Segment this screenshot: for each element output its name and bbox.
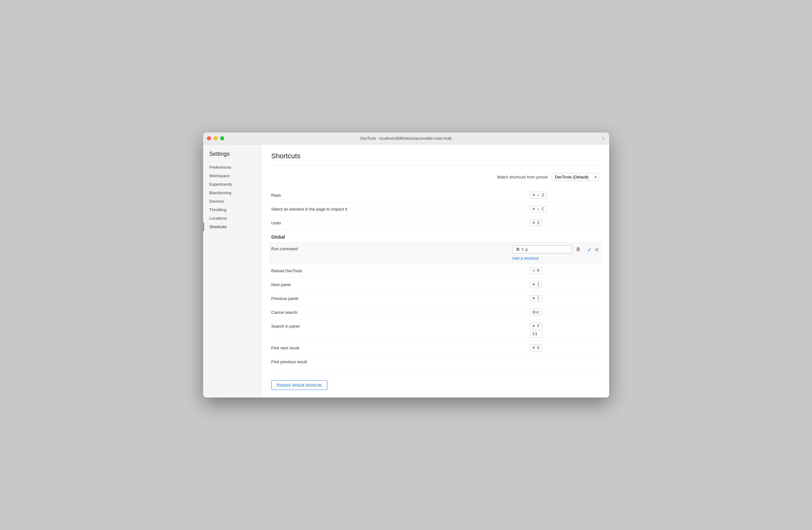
sidebar-item-devices[interactable]: Devices — [203, 197, 261, 206]
preset-select-wrapper: DevTools (Default) Visual Studio Code — [552, 173, 599, 181]
shortcut-name-run-command: Run command — [271, 245, 512, 251]
sidebar-item-workspace[interactable]: Workspace — [203, 171, 261, 180]
shortcut-name-cancel-search: Cancel search — [271, 309, 530, 315]
window-title: DevTools - localhost:8080/demo/accessibl… — [360, 136, 451, 141]
shortcut-row-cancel-search: Cancel search Esc — [271, 306, 599, 319]
sidebar-item-blackboxing[interactable]: Blackboxing — [203, 189, 261, 197]
titlebar: DevTools - localhost:8080/demo/accessibl… — [203, 132, 609, 144]
key-badge: F3 — [530, 331, 542, 338]
shortcut-name-next-panel: Next panel — [271, 281, 530, 287]
sidebar-label-locations: Locations — [209, 216, 227, 221]
sidebar-item-throttling[interactable]: Throttling — [203, 206, 261, 214]
shortcut-row-search-in-panel: Search in panel ⌘ F F3 — [271, 319, 599, 341]
shortcut-row-reload-devtools: Reload DevTools ⌥ R — [271, 264, 599, 278]
shortcut-keys-select-element: ⌘ ⇧ C — [530, 206, 599, 212]
shortcut-keys-search-in-panel: ⌘ F F3 — [530, 323, 599, 338]
shortcuts-table: Redo ⌘ ⇧ Z Select an element in the page… — [271, 189, 599, 369]
shortcut-keys-find-next: ⌘ G — [530, 344, 599, 351]
delete-shortcut-button[interactable]: 🗑 — [575, 245, 582, 253]
multi-keys: ⌘ F F3 — [530, 323, 542, 338]
shortcut-row-run-command: Run command 🗑 Add a shortcut ✓ ✕ — [269, 242, 601, 264]
preset-row: Match shortcuts from preset DevTools (De… — [271, 173, 599, 181]
shortcut-row-find-previous: Find previous result ⌘ ⇧ G — [271, 355, 599, 369]
key-badge: ⌘ ] — [530, 281, 542, 288]
shortcut-row-next-panel: Next panel ⌘ ] — [271, 278, 599, 292]
shortcut-name-find-next: Find next result — [271, 344, 530, 350]
shortcut-name-previous-panel: Previous panel — [271, 295, 530, 301]
preset-select[interactable]: DevTools (Default) Visual Studio Code — [552, 173, 599, 181]
preset-label: Match shortcuts from preset — [497, 175, 548, 179]
confirm-edit-icon[interactable]: ✓ — [587, 247, 592, 253]
shortcut-keys-reload-devtools: ⌥ R — [530, 267, 599, 274]
sidebar-label-throttling: Throttling — [209, 207, 227, 212]
minimize-button[interactable] — [214, 136, 218, 140]
close-icon[interactable]: × — [602, 136, 605, 141]
sidebar-label-blackboxing: Blackboxing — [209, 191, 231, 195]
restore-defaults-button[interactable]: Restore default shortcuts — [271, 380, 328, 390]
shortcut-row-find-next: Find next result ⌘ G — [271, 341, 599, 355]
shortcut-keys-next-panel: ⌘ ] — [530, 281, 599, 288]
key-badge: ⌘ G — [530, 344, 542, 351]
shortcut-name-search-in-panel: Search in panel — [271, 323, 530, 329]
cancel-edit-icon[interactable]: ✕ — [594, 247, 599, 253]
shortcut-name-select-element: Select an element in the page to inspect… — [271, 206, 530, 211]
shortcut-keys-undo: ⌘ Z — [530, 219, 599, 226]
key-badge: ⌘ F — [530, 323, 542, 330]
run-command-edit-area: 🗑 Add a shortcut — [512, 245, 582, 261]
key-badge: ⌘ Z — [530, 219, 542, 226]
shortcut-row-select-element: Select an element in the page to inspect… — [271, 203, 599, 216]
sidebar-item-shortcuts[interactable]: Shortcuts — [203, 223, 261, 231]
sidebar-item-locations[interactable]: Locations — [203, 214, 261, 223]
shortcut-row-previous-panel: Previous panel ⌘ [ — [271, 292, 599, 306]
sidebar-item-experiments[interactable]: Experiments — [203, 180, 261, 189]
maximize-button[interactable] — [220, 136, 224, 140]
shortcut-row-redo: Redo ⌘ ⇧ Z — [271, 189, 599, 203]
shortcut-name-reload-devtools: Reload DevTools — [271, 267, 530, 273]
add-shortcut-link[interactable]: Add a shortcut — [512, 256, 582, 261]
close-button[interactable] — [207, 136, 211, 140]
shortcut-key-input[interactable] — [512, 246, 572, 253]
sidebar-heading: Settings — [203, 151, 261, 157]
content-area: Settings Preferences Workspace Experimen… — [203, 144, 609, 398]
sidebar-label-preferences: Preferences — [209, 165, 231, 170]
shortcut-name-redo: Redo — [271, 192, 530, 198]
section-header-global: Global — [271, 230, 599, 242]
shortcut-keys-previous-panel: ⌘ [ — [530, 295, 599, 302]
shortcut-keys-redo: ⌘ ⇧ Z — [530, 192, 599, 199]
sidebar: Settings Preferences Workspace Experimen… — [203, 144, 261, 398]
sidebar-label-workspace: Workspace — [209, 173, 230, 178]
shortcut-keys-cancel-search: Esc — [530, 309, 599, 316]
traffic-lights — [207, 136, 224, 140]
editing-actions: ✓ ✕ — [587, 245, 599, 253]
devtools-window: DevTools - localhost:8080/demo/accessibl… — [203, 132, 609, 398]
key-badge: ⌘ ⇧ Z — [530, 192, 547, 199]
shortcut-row-undo: Undo ⌘ Z — [271, 216, 599, 230]
shortcut-name-find-previous: Find previous result — [271, 358, 530, 364]
shortcut-name-undo: Undo — [271, 219, 530, 225]
key-badge: ⌘ [ — [530, 295, 542, 302]
sidebar-label-experiments: Experiments — [209, 182, 232, 187]
page-title: Shortcuts — [271, 152, 599, 166]
run-command-input-row: 🗑 — [512, 245, 582, 253]
key-badge: ⌘ ⇧ C — [530, 206, 547, 212]
sidebar-label-devices: Devices — [209, 199, 224, 204]
sidebar-label-shortcuts: Shortcuts — [209, 224, 227, 229]
key-badge: Esc — [530, 309, 542, 316]
shortcut-keys-find-previous: ⌘ ⇧ G — [530, 358, 599, 365]
key-badge: ⌥ R — [530, 267, 542, 274]
sidebar-item-preferences[interactable]: Preferences — [203, 163, 261, 171]
main-panel: Shortcuts Match shortcuts from preset De… — [261, 144, 609, 398]
